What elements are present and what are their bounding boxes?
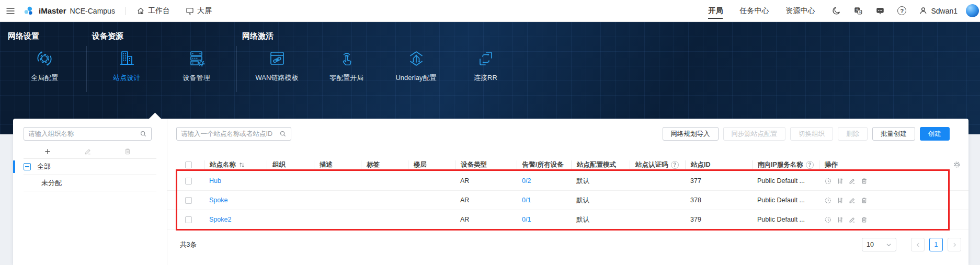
auth-code-help-icon[interactable]: ?	[671, 161, 679, 169]
zero-touch-icon	[337, 49, 356, 68]
delete-org-icon[interactable]	[123, 147, 132, 156]
page-number-button[interactable]: 1	[929, 238, 943, 251]
column-auth-code[interactable]: 站点认证码 ?	[630, 160, 685, 169]
delete-button[interactable]: 删除	[838, 127, 868, 141]
page-size-select[interactable]: 10	[862, 238, 896, 251]
tune-icon[interactable]	[836, 216, 844, 224]
topbar-right: 开局 任务中心 资源中心 文A ? Sdwan1	[708, 0, 979, 21]
site-id-value: 377	[685, 177, 752, 185]
bigscreen-link[interactable]: 大屏	[186, 6, 212, 16]
main-panel: 全部 未分配 网络规划导入 同步源站点配置 切换组织 删除 批量创建 创建	[13, 119, 968, 265]
batch-create-button[interactable]: 批量创建	[872, 127, 915, 141]
language-switch-icon[interactable]: 文A	[853, 6, 863, 16]
menu-group-title: 网络激活	[242, 31, 520, 41]
alarm-ratio-link[interactable]: 0/2	[522, 177, 531, 185]
column-alarm-devices[interactable]: 告警/所有设备	[517, 160, 571, 169]
site-name-link[interactable]: Spoke	[209, 197, 227, 204]
org-search-input[interactable]	[24, 130, 140, 137]
edit-org-icon[interactable]	[84, 147, 92, 156]
search-icon[interactable]	[140, 130, 147, 137]
row-checkbox[interactable]	[185, 197, 192, 204]
topbar: iMaster NCE-Campus 工作台 大屏 开局 任务中心 资源中心 文…	[0, 0, 980, 22]
menu-item-zero-touch-provisioning[interactable]: 零配置开局	[312, 45, 381, 83]
menu-group-device-resources: 设备资源 站点设计 设备管理	[92, 31, 231, 92]
collapse-icon[interactable]	[24, 163, 31, 170]
ip-service-help-icon[interactable]: ?	[806, 161, 814, 169]
deploy-icon[interactable]	[824, 177, 832, 185]
alarm-ratio-link[interactable]: 0/1	[522, 197, 531, 204]
add-org-icon[interactable]	[43, 147, 52, 156]
site-content: 网络规划导入 同步源站点配置 切换组织 删除 批量创建 创建 站点名称 组织 描…	[167, 119, 968, 265]
message-icon[interactable]	[875, 6, 885, 16]
menu-item-underlay-config[interactable]: Underlay配置	[381, 45, 451, 83]
edit-icon[interactable]	[848, 197, 856, 204]
column-site-id[interactable]: 站点ID	[685, 160, 752, 169]
suite-name: NCE-Campus	[70, 7, 115, 15]
switch-org-button[interactable]: 切换组织	[790, 127, 833, 141]
deploy-icon[interactable]	[824, 197, 832, 204]
workbench-link[interactable]: 工作台	[136, 6, 170, 16]
site-search	[176, 127, 291, 141]
dark-mode-moon-icon[interactable]	[831, 6, 841, 16]
menu-separator	[236, 46, 237, 92]
chevron-right-icon	[952, 242, 958, 248]
import-network-plan-button[interactable]: 网络规划导入	[663, 127, 719, 141]
select-all-checkbox[interactable]	[185, 162, 192, 168]
config-mode-value: 默认	[571, 215, 630, 224]
tune-icon[interactable]	[836, 177, 844, 185]
table-row-spoke[interactable]: Spoke AR 0/1 默认 378 Public Default ...	[167, 191, 968, 210]
tree-node-all[interactable]: 全部	[13, 159, 167, 175]
menu-item-device-management[interactable]: 设备管理	[162, 45, 231, 83]
column-site-name[interactable]: 站点名称	[204, 160, 267, 169]
table-row-spoke2[interactable]: Spoke2 AR 0/1 默认 379 Public Default ...	[167, 210, 968, 229]
site-name-link[interactable]: Spoke2	[209, 216, 231, 223]
toplink-task-center[interactable]: 任务中心	[739, 0, 769, 21]
menu-group-title: 设备资源	[92, 31, 231, 41]
tree-node-label: 全部	[37, 162, 51, 171]
column-config-mode[interactable]: 站点配置模式	[571, 160, 630, 169]
menu-group-network-activation: 网络激活 WAN链路模板 零配置开局	[242, 31, 520, 92]
site-table: 站点名称 组织 描述 标签 楼层 设备类型 告警/所有设备 站点配置模式 站点认…	[167, 158, 968, 229]
column-operations[interactable]: 操作	[819, 160, 886, 169]
menu-item-site-design[interactable]: 站点设计	[92, 45, 162, 83]
sort-icon[interactable]	[238, 162, 245, 168]
delete-icon[interactable]	[860, 177, 868, 185]
next-page-button[interactable]	[948, 238, 961, 251]
column-southbound-ip-service[interactable]: 南向IP服务名称 ?	[752, 160, 819, 169]
tune-icon[interactable]	[836, 197, 844, 204]
column-settings-gear-icon[interactable]	[953, 160, 961, 169]
globe-icon[interactable]	[966, 4, 979, 17]
column-org[interactable]: 组织	[267, 160, 314, 169]
delete-icon[interactable]	[860, 197, 868, 204]
table-row-hub[interactable]: Hub AR 0/2 默认 377 Public Default ...	[167, 171, 968, 191]
user-menu[interactable]: Sdwan1	[919, 6, 958, 15]
row-checkbox[interactable]	[185, 178, 192, 185]
column-floor[interactable]: 楼层	[408, 160, 455, 169]
tree-node-label: 未分配	[41, 178, 62, 188]
prev-page-button[interactable]	[911, 238, 925, 251]
alarm-ratio-link[interactable]: 0/1	[522, 216, 531, 223]
menu-item-connect-rr[interactable]: 连接RR	[451, 45, 520, 83]
menu-item-wan-link-template[interactable]: WAN链路模板	[242, 45, 312, 83]
hamburger-menu-icon[interactable]	[5, 6, 16, 16]
column-tag[interactable]: 标签	[361, 160, 408, 169]
row-checkbox[interactable]	[185, 216, 192, 223]
create-button[interactable]: 创建	[920, 127, 950, 141]
sync-source-site-config-button[interactable]: 同步源站点配置	[723, 127, 786, 141]
toplink-deployment[interactable]: 开局	[708, 0, 723, 21]
menu-item-global-config[interactable]: 全局配置	[8, 45, 81, 83]
column-device-type[interactable]: 设备类型	[455, 160, 517, 169]
toplink-resource-center[interactable]: 资源中心	[785, 0, 815, 21]
help-icon[interactable]: ?	[897, 6, 906, 15]
site-search-input[interactable]	[177, 130, 279, 137]
delete-icon[interactable]	[860, 216, 868, 224]
deploy-icon[interactable]	[824, 216, 832, 224]
edit-icon[interactable]	[848, 177, 856, 185]
edit-icon[interactable]	[848, 216, 856, 224]
column-description[interactable]: 描述	[314, 160, 361, 169]
site-name-link[interactable]: Hub	[209, 177, 221, 185]
site-id-value: 379	[685, 216, 752, 223]
selected-indicator	[13, 160, 15, 173]
tree-node-unassigned[interactable]: 未分配	[13, 175, 167, 191]
search-icon[interactable]	[279, 130, 287, 137]
